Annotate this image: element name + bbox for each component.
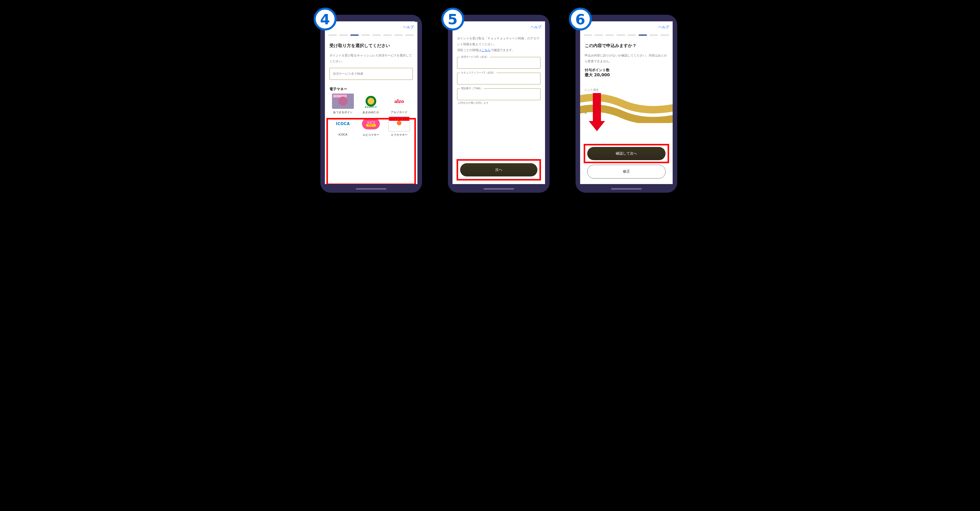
field-legend: セキュリティコード1（必須）	[460, 71, 496, 75]
icoca-icon: ICOCA	[332, 116, 354, 131]
confirm-next-button[interactable]: 確認して次へ	[587, 147, 665, 160]
emoney-option[interactable]: あまみゆたか あまみゆたか	[358, 94, 383, 114]
phone-last4-field[interactable]: 電話番号（下4桁）	[457, 89, 541, 100]
step-badge-4: 4	[314, 8, 337, 30]
option-label: あつまるポイン	[333, 110, 353, 114]
alzo-card-icon: alzo	[388, 94, 410, 109]
search-input[interactable]: 決済サービス名で検索	[329, 68, 413, 80]
tutorial-steps-canvas: 4 ‹ ヘルプ 受け取り方を選択してください ポイントを受け取るキャッシュレス決…	[299, 0, 681, 198]
page-title: 受け取り方を選択してください	[329, 43, 413, 49]
page-title: この内容で申込みますか？	[585, 43, 668, 49]
down-arrow-icon	[589, 93, 605, 136]
emoney-option[interactable]: エピコマネー エピコマネー	[358, 116, 383, 137]
step-badge-6: 6	[569, 8, 592, 30]
ebico-money-icon: エピコマネー	[360, 116, 382, 131]
emoney-option[interactable]: ICOCA ICOCA	[331, 116, 356, 137]
emoney-option[interactable]: エフカマネー エフカマネー	[387, 116, 412, 137]
page-subtitle: 申込み内容に誤りがないか確認してください。内容はあとから変更できません。	[585, 53, 668, 64]
efuka-money-icon: エフカマネー	[388, 116, 410, 131]
help-link[interactable]: ヘルプ	[531, 25, 541, 30]
progress-bar	[325, 33, 417, 38]
security-code-field[interactable]: セキュリティコード1（必須）	[457, 73, 541, 84]
phone-step-6: ‹ ヘルプ この内容で申込みますか？ 申込み内容に誤りがないか確認してください。…	[576, 15, 677, 193]
step-badge-5: 5	[441, 8, 464, 30]
section-label-emoney: 電子マネー	[329, 87, 413, 92]
amami-yutaka-icon: あまみゆたか	[360, 94, 382, 109]
option-label: ICOCA	[338, 133, 347, 136]
account-info-description: ポイントを受け取る「ＰａｙＰａｙチャージ特典」のアカウント情報を教えてください。…	[457, 36, 541, 53]
option-label: エピコマネー	[363, 133, 379, 137]
help-link[interactable]: ヘルプ	[659, 25, 669, 30]
progress-bar	[580, 33, 673, 38]
section-label-points: 付与ポイント数	[585, 68, 668, 72]
edit-button[interactable]: 修正	[587, 165, 665, 178]
emoney-option-grid: あつまるカード あつまるポイン あまみゆたか あまみゆたか	[329, 92, 413, 139]
phone-step-5: ‹ ヘルプ ポイントを受け取る「ＰａｙＰａｙチャージ特典」のアカウント情報を教え…	[448, 15, 550, 193]
option-label: エフカマネー	[391, 133, 407, 137]
max-points-line: 最大 20,000	[585, 72, 668, 78]
detail-fragment: にした場合	[585, 88, 668, 92]
screen-step-4: ‹ ヘルプ 受け取り方を選択してください ポイントを受け取るキャッシュレス決済サ…	[325, 21, 417, 184]
help-link[interactable]: ヘルプ	[403, 25, 414, 30]
emoney-option[interactable]: alzo アルゾカード	[387, 94, 412, 114]
service-id-field[interactable]: 決済サービスID（必須）	[457, 57, 541, 68]
phone-hint: お問合せの際に利用します	[457, 101, 541, 105]
screen-step-6: ‹ ヘルプ この内容で申込みますか？ 申込み内容に誤りがないか確認してください。…	[580, 21, 673, 184]
next-button[interactable]: 次へ	[460, 163, 538, 177]
atsumaru-card-icon: あつまるカード	[332, 94, 354, 109]
field-legend: 電話番号（下4桁）	[460, 87, 484, 90]
info-link[interactable]: こちら	[482, 48, 491, 52]
field-legend: 決済サービスID（必須）	[460, 55, 490, 59]
option-label: あまみゆたか	[363, 110, 379, 114]
screen-step-5: ‹ ヘルプ ポイントを受け取る「ＰａｙＰａｙチャージ特典」のアカウント情報を教え…	[452, 21, 545, 184]
phone-step-4: ‹ ヘルプ 受け取り方を選択してください ポイントを受け取るキャッシュレス決済サ…	[320, 15, 422, 193]
page-subtitle: ポイントを受け取るキャッシュレス決済サービスを選択してください。	[329, 53, 413, 64]
option-label: アルゾカード	[391, 110, 407, 114]
emoney-option[interactable]: あつまるカード あつまるポイン	[331, 94, 356, 114]
